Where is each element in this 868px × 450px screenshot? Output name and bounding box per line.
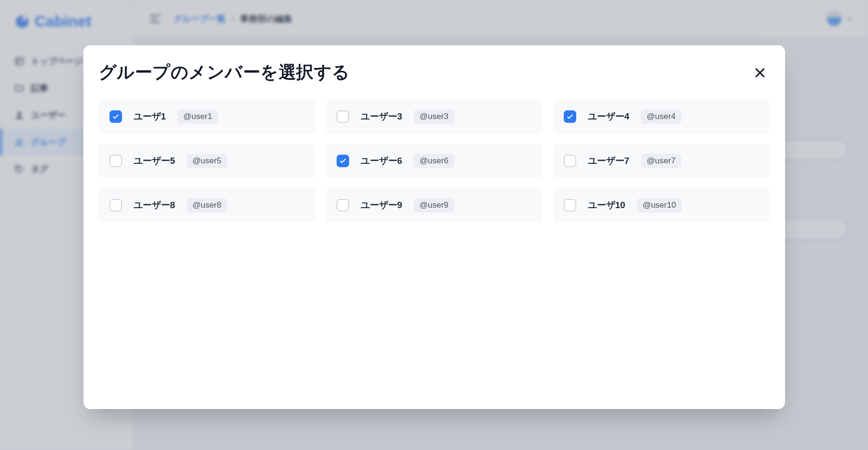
member-item[interactable]: ユーザ1@user1 xyxy=(99,100,315,133)
modal-title: グループのメンバーを選択する xyxy=(99,61,350,84)
check-icon xyxy=(566,113,574,120)
member-item[interactable]: ユーザー7@user7 xyxy=(553,144,770,178)
member-checkbox[interactable] xyxy=(109,199,122,212)
member-name: ユーザー9 xyxy=(361,199,403,212)
check-icon xyxy=(112,113,120,120)
member-checkbox[interactable] xyxy=(564,155,576,167)
member-grid: ユーザ1@user1ユーザー3@user3ユーザー4@user4ユーザー5@us… xyxy=(99,100,770,222)
member-name: ユーザー5 xyxy=(134,155,176,167)
member-handle: @user4 xyxy=(641,109,681,124)
member-checkbox[interactable] xyxy=(109,155,122,167)
member-item[interactable]: ユーザー8@user8 xyxy=(99,188,315,222)
member-item[interactable]: ユーザー6@user6 xyxy=(326,144,542,178)
member-name: ユーザー3 xyxy=(361,110,403,123)
member-name: ユーザ10 xyxy=(588,199,625,212)
member-checkbox[interactable] xyxy=(564,199,576,212)
modal-overlay[interactable]: グループのメンバーを選択する ユーザ1@user1ユーザー3@user3ユーザー… xyxy=(0,0,868,450)
close-button[interactable] xyxy=(750,63,770,82)
member-checkbox[interactable] xyxy=(109,110,122,123)
member-handle: @user3 xyxy=(414,109,454,124)
member-name: ユーザー7 xyxy=(588,155,630,167)
member-handle: @user10 xyxy=(637,198,682,212)
member-handle: @user7 xyxy=(641,154,681,168)
modal-header: グループのメンバーを選択する xyxy=(99,61,770,84)
member-checkbox[interactable] xyxy=(337,155,349,167)
member-checkbox[interactable] xyxy=(337,110,349,123)
member-item[interactable]: ユーザー5@user5 xyxy=(99,144,315,178)
member-name: ユーザー8 xyxy=(134,199,176,212)
member-handle: @user5 xyxy=(187,154,227,168)
member-item[interactable]: ユーザー3@user3 xyxy=(326,100,542,133)
member-name: ユーザー6 xyxy=(361,155,403,167)
member-handle: @user9 xyxy=(414,198,454,212)
member-item[interactable]: ユーザー4@user4 xyxy=(553,100,770,133)
member-checkbox[interactable] xyxy=(337,199,349,212)
member-handle: @user1 xyxy=(177,109,218,124)
member-handle: @user6 xyxy=(414,154,454,168)
member-item[interactable]: ユーザ10@user10 xyxy=(553,188,770,222)
close-icon xyxy=(753,66,767,80)
check-icon xyxy=(339,157,347,165)
member-name: ユーザ1 xyxy=(134,110,166,123)
member-handle: @user8 xyxy=(187,198,227,212)
member-name: ユーザー4 xyxy=(588,110,630,123)
member-checkbox[interactable] xyxy=(564,110,576,123)
select-members-modal: グループのメンバーを選択する ユーザ1@user1ユーザー3@user3ユーザー… xyxy=(83,45,785,409)
member-item[interactable]: ユーザー9@user9 xyxy=(326,188,542,222)
